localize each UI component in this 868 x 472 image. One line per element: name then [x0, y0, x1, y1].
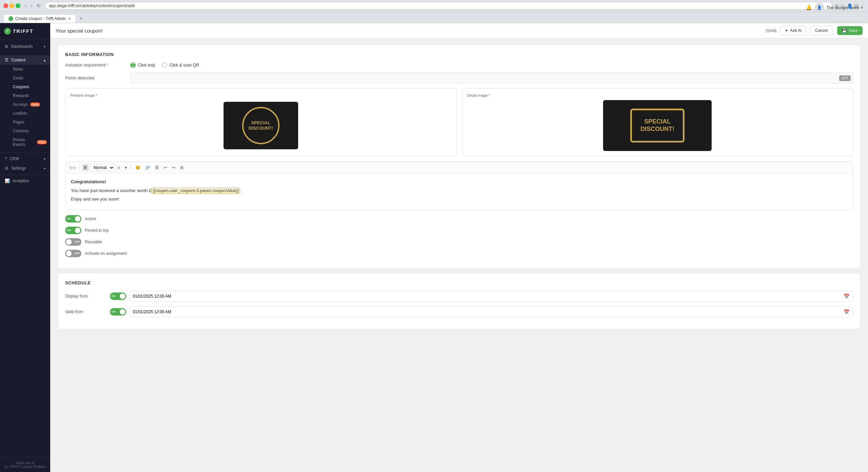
reusable-toggle[interactable]: OFF: [65, 238, 81, 246]
radio-group: Click only Click & scan QR: [130, 62, 199, 68]
basic-info-title: BASIC INFORMATION: [65, 52, 853, 57]
sidebar-item-deals[interactable]: Deals: [9, 74, 50, 82]
sidebar-item-news[interactable]: News: [9, 65, 50, 74]
off-badge: OFF: [839, 75, 851, 81]
sidebar-item-coupons[interactable]: Coupons: [9, 82, 50, 91]
app-container: T TRIFFT ⊞ Dashboards ▾ ☰ Content ▴ News…: [0, 23, 868, 472]
pinned-toggle-label: Pinned to top: [85, 228, 109, 233]
valid-from-date-input[interactable]: [133, 309, 844, 314]
points-input[interactable]: [131, 73, 839, 83]
pinned-toggle[interactable]: ON: [65, 227, 81, 234]
reusable-toggle-row: OFF Reusable: [65, 238, 853, 246]
footer-line1: Made with ♥: [3, 461, 47, 465]
char-count: 20/48: [766, 28, 777, 33]
app-topbar: Your special coupon! 20/48 ✦ Ask AI Canc…: [50, 23, 868, 38]
footer-line2: by TRIFFT Loyalty Platform: [3, 465, 47, 469]
forward-button[interactable]: ›: [29, 2, 34, 9]
text-editor-content[interactable]: Congratulations! You have just received …: [65, 174, 853, 209]
save-button[interactable]: 💾 Save: [837, 26, 863, 35]
valid-from-controls: ON 📅: [110, 306, 853, 317]
file-icon: ☰: [5, 58, 8, 62]
sidebar-content-submenu: News Deals Coupons Rewards Surveys Beta …: [0, 65, 50, 149]
valid-from-date-wrapper[interactable]: 📅: [129, 306, 853, 317]
display-from-date-input[interactable]: [133, 294, 844, 299]
link-button[interactable]: 🔗: [143, 164, 152, 171]
style-select[interactable]: Normal: [90, 164, 115, 171]
active-tab[interactable]: Create coupon - Trifft Admin ✕: [3, 14, 76, 23]
list-dropdown-button[interactable]: ▾: [123, 164, 129, 171]
url-text: app.stage.trifft.io/cacitokiy/content/co…: [49, 3, 135, 8]
active-toggle[interactable]: ON: [65, 215, 81, 223]
bold-button[interactable]: B: [82, 164, 89, 171]
display-from-date-wrapper[interactable]: 📅: [129, 291, 853, 302]
activation-requirement-row: Activation requirement* Click only Click…: [65, 62, 853, 68]
save-label: Save: [849, 28, 858, 33]
editor-line1: Congratulations!: [71, 178, 847, 185]
sidebar-item-crm[interactable]: ? CRM ▾: [0, 154, 50, 164]
detail-image-box[interactable]: Detail image * SPECIALDISCOUNT!: [462, 88, 853, 156]
toolbar-divider-2: [131, 165, 131, 171]
sidebar-item-label-content: Content: [11, 58, 25, 62]
sidebar-item-rewards[interactable]: Rewards: [9, 91, 50, 100]
reusable-toggle-label: Reusable: [85, 240, 102, 244]
sidebar-item-leaflets[interactable]: Leaflets: [9, 109, 50, 118]
text-editor: Text B Normal ≡ ▾ 😊 🔗 ⛓: [65, 162, 853, 210]
detail-image-label: Detail image *: [467, 93, 848, 97]
sidebar-item-content[interactable]: ☰ Content ▴: [0, 55, 50, 65]
sidebar-item-pages[interactable]: Pages: [9, 118, 50, 127]
activate-toggle-knob: [66, 251, 72, 256]
sidebar-divider-2: [0, 174, 50, 175]
sidebar-item-settings[interactable]: ⚙ Settings ▾: [0, 164, 50, 173]
close-button[interactable]: [3, 3, 8, 8]
sidebar-item-analytics[interactable]: 📊 Analytics: [0, 176, 50, 186]
redo-button[interactable]: ↪: [170, 164, 177, 171]
url-bar[interactable]: app.stage.trifft.io/cacitokiy/content/co…: [45, 2, 832, 10]
schedule-title: SCHEDULE: [65, 280, 853, 285]
tab-close-button[interactable]: ✕: [68, 17, 71, 21]
display-from-row: Display from ON 📅: [65, 291, 853, 302]
unlink-button[interactable]: ⛓: [153, 164, 161, 171]
sidebar-logo: T TRIFFT: [0, 23, 50, 40]
activation-requirement-label: Activation requirement*: [65, 63, 126, 68]
list-button[interactable]: ≡: [116, 164, 122, 171]
refresh-button[interactable]: ↻: [35, 2, 42, 9]
cancel-button[interactable]: Cancel: [810, 26, 833, 35]
browser-controls: [3, 3, 20, 8]
sidebar-item-surveys[interactable]: Surveys Beta: [9, 100, 50, 109]
calendar-icon-2: 📅: [844, 309, 849, 315]
activate-toggle[interactable]: OFF: [65, 250, 81, 257]
toggles-section: ON Active ON: [65, 215, 853, 257]
maximize-button[interactable]: [16, 3, 20, 8]
undo-button[interactable]: ↩: [162, 164, 169, 171]
new-tab-button[interactable]: +: [77, 14, 85, 23]
display-from-controls: ON 📅: [110, 291, 853, 302]
preview-image-box[interactable]: Preview image * SPECIALDISCOUNT!: [65, 88, 457, 156]
radio-click-scan[interactable]: Click & scan QR: [162, 62, 199, 68]
detail-image-placeholder: SPECIALDISCOUNT!: [467, 100, 848, 151]
sidebar-item-promo-events[interactable]: Promo Events Beta: [9, 135, 50, 149]
ask-ai-label: Ask AI: [790, 28, 802, 33]
radio-click-only[interactable]: Click only: [130, 62, 155, 68]
sidebar-item-dashboards[interactable]: ⊞ Dashboards ▾: [0, 42, 50, 51]
logo-icon: T: [4, 28, 11, 35]
sidebar-item-label-dashboards: Dashboards: [11, 44, 33, 49]
coupon-title-preview: SPECIALDISCOUNT!: [249, 120, 273, 131]
sidebar-item-contests[interactable]: Contests: [9, 127, 50, 135]
emoji-button[interactable]: 😊: [134, 164, 142, 171]
coupon-title-detail: SPECIALDISCOUNT!: [640, 118, 674, 133]
preview-image-placeholder: SPECIALDISCOUNT!: [70, 100, 451, 151]
radio-click-scan-label: Click & scan QR: [169, 63, 199, 68]
reusable-toggle-slider: OFF: [65, 238, 81, 246]
table-button[interactable]: ⊞: [178, 164, 185, 171]
ask-ai-button[interactable]: ✦ Ask AI: [780, 26, 806, 35]
back-button[interactable]: ‹: [23, 2, 28, 9]
sidebar-label-crm: CRM: [10, 156, 19, 161]
display-from-toggle[interactable]: ON: [110, 292, 126, 300]
text-label: Text: [69, 166, 76, 170]
valid-from-knob: [120, 309, 125, 315]
minimize-button[interactable]: [9, 3, 14, 8]
valid-from-label: Valid from: [65, 309, 106, 314]
valid-from-toggle[interactable]: ON: [110, 308, 126, 316]
calendar-icon-1: 📅: [844, 294, 849, 299]
reusable-toggle-knob: [66, 239, 72, 245]
